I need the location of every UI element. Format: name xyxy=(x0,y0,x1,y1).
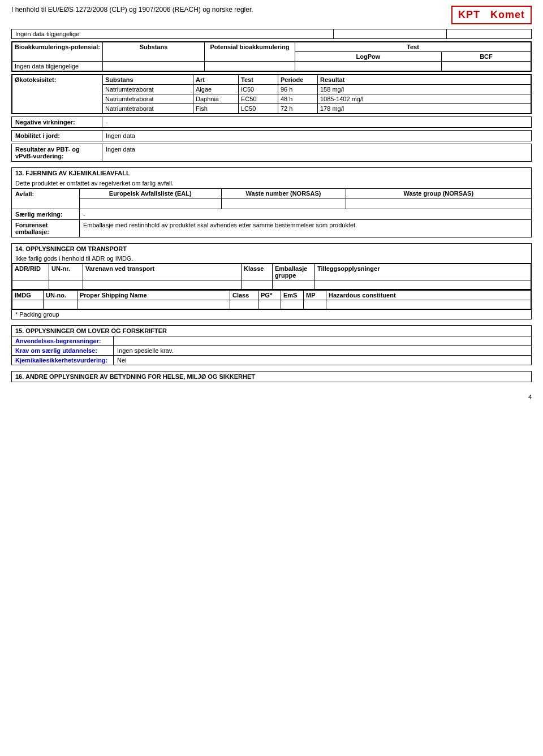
s15-krav-value: Ingen spesielle krav. xyxy=(114,346,531,355)
s15-anvendelses-row: Anvendelses-begrensninger: xyxy=(12,336,531,345)
pbt-label: Resultater av PBT- og vPvB-vurdering: xyxy=(12,144,102,161)
s13-avfall-table: Europeisk Avfallsliste (EAL) Waste numbe… xyxy=(80,189,531,209)
eko-row0-resultat: 158 mg/l xyxy=(318,85,531,94)
mobilitet-row: Mobilitet i jord: Ingen data xyxy=(11,130,532,141)
s14-packing-note: * Packing group xyxy=(12,309,531,319)
section-15: 15. OPPLYSNINGER OM LOVER OG FORSKRIFTER… xyxy=(11,325,532,365)
bio-label: Bioakkumulerings-potensial: xyxy=(12,42,103,62)
eko-row0-substans: Natriumtetraborat xyxy=(103,85,193,94)
s14-mp-col: MP xyxy=(304,290,326,300)
s14-class-val xyxy=(230,300,258,309)
eko-row0-test: IC50 xyxy=(239,85,278,94)
pbt-row: Resultater av PBT- og vPvB-vurdering: In… xyxy=(11,144,532,162)
s14-un-nr-val xyxy=(49,280,83,289)
s14-title: 14. OPPLYSNINGER OM TRANSPORT xyxy=(12,244,531,254)
s14-varenavn-col: Varenavn ved transport xyxy=(83,263,242,280)
ingen-data-top-empty1 xyxy=(333,29,446,38)
s14-klasse-val xyxy=(242,280,273,289)
s13-avfall-row: Avfall: Europeisk Avfallsliste (EAL) Was… xyxy=(12,188,531,209)
s16-title: 16. ANDRE OPPLYSNINGER AV BETYDNING FOR … xyxy=(12,371,531,382)
s14-class-col: Class xyxy=(230,290,258,300)
bio-table: Bioakkumulerings-potensial: Substans Pot… xyxy=(12,42,531,71)
logo-kpt: KPT xyxy=(458,9,480,20)
s14-tillegg-val xyxy=(315,280,531,289)
eko-row2-resultat: 178 mg/l xyxy=(318,104,531,114)
eko-periode-col: Periode xyxy=(278,75,318,85)
eko-table: Økotoksisitet: Substans Art Test Periode… xyxy=(12,75,531,114)
eko-substans-col: Substans xyxy=(103,75,193,85)
bio-substans-val xyxy=(103,62,205,71)
ingen-data-top-text: Ingen data tilgjengelige xyxy=(12,29,333,38)
bio-logpow-header: LogPow xyxy=(295,52,442,62)
s13-title: 13. FJERNING AV KJEMIKALIEAVFALL xyxy=(12,168,531,178)
s14-un-no-val xyxy=(44,300,77,309)
eko-row2-test: LC50 xyxy=(239,104,278,114)
mobilitet-label: Mobilitet i jord: xyxy=(12,131,102,141)
s14-adr-rid-val xyxy=(12,280,49,289)
s15-krav-row: Krav om særlig utdannelse: Ingen spesiel… xyxy=(12,345,531,355)
s14-proper-val xyxy=(77,300,230,309)
eko-row1-resultat: 1085-1402 mg/l xyxy=(318,94,531,104)
s15-kjemikalies-label: Kjemikaliesikkerhetsvurdering: xyxy=(12,356,114,365)
s14-ems-col: EmS xyxy=(281,290,304,300)
bio-ingen-data: Ingen data tilgjengelige xyxy=(12,62,103,71)
page-number: 4 xyxy=(11,394,532,400)
s14-un-nr-label: UN-nr. xyxy=(49,263,83,280)
s14-varenavn-val xyxy=(83,280,242,289)
s13-forurenset-value: Emballasje med restinnhold av produktet … xyxy=(80,220,531,237)
s14-imdg-container: IMDG UN-no. Proper Shipping Name Class P… xyxy=(12,290,531,309)
s15-title: 15. OPPLYSNINGER OM LOVER OG FORSKRIFTER xyxy=(12,326,531,336)
s15-kjemikalies-value: Nei xyxy=(114,356,531,365)
mobilitet-value: Ingen data xyxy=(102,131,139,141)
eko-row0-periode: 96 h xyxy=(278,85,318,94)
bio-potensial-val xyxy=(205,62,295,71)
s13-saerlig-row: Særlig merking: - xyxy=(12,209,531,219)
s13-avfall-table-container: Europeisk Avfallsliste (EAL) Waste numbe… xyxy=(80,189,531,209)
s14-imdg-val xyxy=(12,300,44,309)
eko-label: Økotoksisitet: xyxy=(12,75,103,114)
eko-resultat-col: Resultat xyxy=(318,75,531,85)
logo-komet: Komet xyxy=(490,9,525,20)
eko-row2-substans: Natriumtetraborat xyxy=(103,104,193,114)
section-13: 13. FJERNING AV KJEMIKALIEAVFALL Dette p… xyxy=(11,167,532,237)
s13-norsas-num-header: Waste number (NORSAS) xyxy=(221,189,346,198)
s13-intro: Dette produktet er omfattet av regelverk… xyxy=(12,178,531,188)
s14-adr-container: ADR/RID UN-nr. Varenavn ved transport Kl… xyxy=(12,263,531,290)
page-header: I henhold til EU/EØS 1272/2008 (CLP) og … xyxy=(11,6,532,24)
s14-adr-rid-label: ADR/RID xyxy=(12,263,49,280)
s14-hazardous-col: Hazardous constituent xyxy=(326,290,531,300)
eko-row1-test: EC50 xyxy=(239,94,278,104)
s14-un-no-label: UN-no. xyxy=(44,290,77,300)
section-16: 16. ANDRE OPPLYSNINGER AV BETYDNING FOR … xyxy=(11,371,532,382)
s14-tillegg-col: Tilleggsopplysninger xyxy=(315,263,531,280)
bio-bcf-val xyxy=(441,62,531,71)
s14-emballasje-val xyxy=(273,280,315,289)
s13-saerlig-label: Særlig merking: xyxy=(12,209,80,219)
bio-section: Bioakkumulerings-potensial: Substans Pot… xyxy=(11,41,532,72)
s14-proper-col: Proper Shipping Name xyxy=(77,290,230,300)
bio-logpow-val xyxy=(295,62,442,71)
s14-adr-table: ADR/RID UN-nr. Varenavn ved transport Kl… xyxy=(12,263,531,290)
s14-mp-val xyxy=(304,300,326,309)
s13-norsas-grp-val xyxy=(346,198,531,209)
s15-krav-label: Krav om særlig utdannelse: xyxy=(12,346,114,355)
s13-norsas-grp-header: Waste group (NORSAS) xyxy=(346,189,531,198)
eko-row1-periode: 48 h xyxy=(278,94,318,104)
eko-row1-art: Daphnia xyxy=(193,94,239,104)
eko-section: Økotoksisitet: Substans Art Test Periode… xyxy=(11,74,532,114)
negative-row: Negative virkninger: - xyxy=(11,116,532,128)
s14-imdg-table: IMDG UN-no. Proper Shipping Name Class P… xyxy=(12,290,531,309)
negative-value: - xyxy=(102,117,111,127)
bio-test-header: Test xyxy=(295,42,531,52)
bio-substans-header: Substans xyxy=(103,42,205,62)
eko-row2-periode: 72 h xyxy=(278,104,318,114)
pbt-value: Ingen data xyxy=(102,144,139,161)
s13-forurenset-row: Forurenset emballasje: Emballasje med re… xyxy=(12,219,531,237)
ingen-data-top-empty2 xyxy=(446,29,531,38)
s13-saerlig-value: - xyxy=(80,209,89,219)
eko-row0-art: Algae xyxy=(193,85,239,94)
s13-eal-header: Europeisk Avfallsliste (EAL) xyxy=(80,189,221,198)
s14-hazardous-val xyxy=(326,300,531,309)
s15-kjemikalies-row: Kjemikaliesikkerhetsvurdering: Nei xyxy=(12,355,531,365)
s14-emballasje-col: Emballasje gruppe xyxy=(273,263,315,280)
